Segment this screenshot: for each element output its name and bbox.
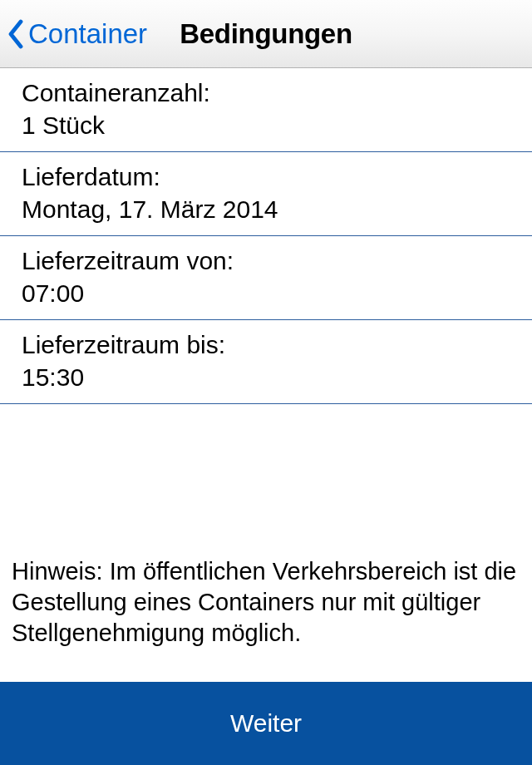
row-delivery-from[interactable]: Lieferzeitraum von: 07:00 (0, 236, 532, 320)
page-title: Bedingungen (180, 18, 352, 50)
continue-button[interactable]: Weiter (0, 682, 532, 765)
row-delivery-date[interactable]: Lieferdatum: Montag, 17. März 2014 (0, 152, 532, 236)
back-button[interactable]: Container (7, 18, 147, 50)
row-label: Lieferzeitraum bis: (22, 328, 510, 361)
row-value: 15:30 (22, 361, 510, 393)
form-list: Containeranzahl: 1 Stück Lieferdatum: Mo… (0, 68, 532, 404)
chevron-left-icon (7, 19, 25, 49)
row-value: 1 Stück (22, 109, 510, 141)
row-label: Lieferdatum: (22, 160, 510, 193)
row-label: Containeranzahl: (22, 76, 510, 109)
navigation-bar: Container Bedingungen (0, 0, 532, 68)
hint-text: Hinweis: Im öffentlichen Verkehrsbereich… (12, 556, 520, 649)
row-container-count[interactable]: Containeranzahl: 1 Stück (0, 68, 532, 152)
row-delivery-until[interactable]: Lieferzeitraum bis: 15:30 (0, 320, 532, 404)
row-value: 07:00 (22, 277, 510, 309)
row-label: Lieferzeitraum von: (22, 244, 510, 277)
back-label: Container (28, 18, 147, 50)
row-value: Montag, 17. März 2014 (22, 193, 510, 225)
